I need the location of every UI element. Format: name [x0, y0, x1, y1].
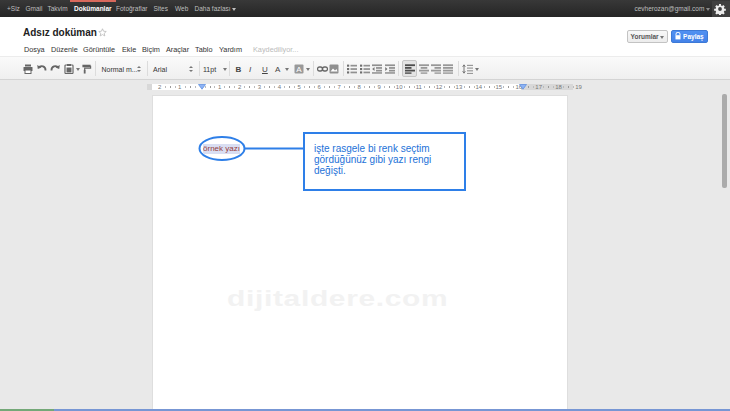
svg-text:A: A	[296, 65, 302, 74]
